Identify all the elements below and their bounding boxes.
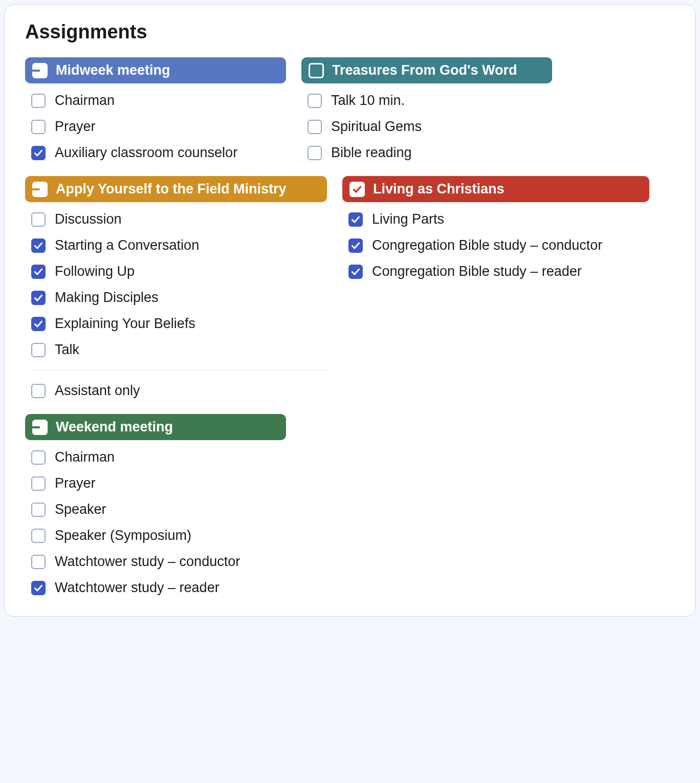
checkbox-unchecked-icon[interactable] [31,503,46,517]
item-label: Living Parts [372,211,444,227]
checkbox-checked-icon[interactable] [31,238,46,253]
section-header-apply[interactable]: Apply Yourself to the Field Ministry [25,176,327,202]
indeterminate-icon[interactable] [32,182,48,197]
list-item[interactable]: Discussion [31,211,327,227]
item-label: Auxiliary classroom counselor [55,145,237,161]
item-label: Speaker (Symposium) [55,528,191,543]
item-label: Congregation Bible study – reader [372,264,582,279]
section-title: Midweek meeting [56,62,170,78]
page-title: Assignments [25,21,675,43]
list-item[interactable]: Assistant only [31,383,327,399]
checkbox-unchecked-icon[interactable] [31,529,46,543]
checkbox-checked-icon[interactable] [348,212,363,227]
list-item[interactable]: Speaker (Symposium) [31,528,286,543]
section-title: Weekend meeting [56,419,173,435]
checkbox-unchecked-icon[interactable] [308,94,322,108]
checkbox-checked-icon[interactable] [31,581,46,595]
section-title: Apply Yourself to the Field Ministry [56,181,287,197]
list-item[interactable]: Chairman [31,93,286,108]
section-header-midweek[interactable]: Midweek meeting [25,57,286,83]
list-item[interactable]: Bible reading [308,145,552,161]
section-header-treasures[interactable]: Treasures From God's Word [301,57,552,83]
item-label: Following Up [55,264,135,279]
section-items: Talk 10 min.Spiritual GemsBible reading [301,93,552,161]
item-label: Spiritual Gems [331,119,422,135]
list-item[interactable]: Congregation Bible study – conductor [348,237,649,253]
section-items: Living PartsCongregation Bible study – c… [342,211,649,279]
list-item[interactable]: Living Parts [348,211,649,227]
section-items: ChairmanPrayerSpeakerSpeaker (Symposium)… [25,449,286,596]
item-label: Making Disciples [55,290,159,306]
list-item[interactable]: Congregation Bible study – reader [348,264,649,279]
item-label: Speaker [55,502,106,517]
checkbox-unchecked-icon[interactable] [31,120,46,134]
list-item[interactable]: Watchtower study – conductor [31,554,286,570]
list-item[interactable]: Chairman [31,449,286,465]
list-item[interactable]: Speaker [31,502,286,517]
section-items: ChairmanPrayerAuxiliary classroom counse… [25,93,286,161]
section-living: Living as ChristiansLiving PartsCongrega… [342,176,649,279]
divider [31,370,327,371]
checkbox-unchecked-icon[interactable] [31,476,46,491]
item-label: Chairman [55,93,115,108]
indeterminate-icon[interactable] [32,420,48,435]
section-midweek: Midweek meetingChairmanPrayerAuxiliary c… [25,57,286,161]
checkbox-checked-icon[interactable] [31,291,46,305]
item-label: Prayer [55,475,96,491]
item-label: Congregation Bible study – conductor [372,237,602,253]
checkbox-unchecked-icon[interactable] [308,146,322,160]
check-icon[interactable] [349,182,365,197]
item-label: Talk 10 min. [331,93,405,108]
item-label: Talk [55,342,79,358]
list-item[interactable]: Explaining Your Beliefs [31,316,327,332]
checkbox-unchecked-icon[interactable] [308,120,322,134]
item-label: Prayer [55,119,96,135]
item-label: Starting a Conversation [55,237,199,253]
item-label: Discussion [55,211,122,227]
assignments-panel: Assignments Midweek meetingChairmanPraye… [4,4,696,617]
indeterminate-icon[interactable] [32,63,48,78]
item-label: Chairman [55,449,115,465]
sections-grid: Midweek meetingChairmanPrayerAuxiliary c… [25,57,675,596]
list-item[interactable]: Starting a Conversation [31,237,327,253]
checkbox-checked-icon[interactable] [31,146,46,160]
list-item[interactable]: Talk 10 min. [308,93,552,108]
section-items: DiscussionStarting a ConversationFollowi… [25,211,327,399]
section-title: Treasures From God's Word [332,62,517,78]
checkbox-checked-icon[interactable] [31,265,46,279]
checkbox-checked-icon[interactable] [348,238,363,253]
list-item[interactable]: Watchtower study – reader [31,580,286,596]
list-item[interactable]: Prayer [31,119,286,135]
item-label: Assistant only [55,383,140,399]
list-item[interactable]: Spiritual Gems [308,119,552,135]
list-item[interactable]: Following Up [31,264,327,279]
list-item[interactable]: Talk [31,342,327,358]
checkbox-unchecked-icon[interactable] [31,384,46,398]
list-item[interactable]: Making Disciples [31,290,327,306]
section-title: Living as Christians [373,181,505,197]
checkbox-unchecked-icon[interactable] [31,555,46,569]
item-label: Watchtower study – conductor [55,554,240,570]
checkbox-empty-icon[interactable] [309,63,324,78]
item-label: Watchtower study – reader [55,580,220,596]
checkbox-unchecked-icon[interactable] [31,343,46,357]
section-header-weekend[interactable]: Weekend meeting [25,414,286,440]
item-label: Bible reading [331,145,412,161]
section-weekend: Weekend meetingChairmanPrayerSpeakerSpea… [25,414,286,596]
checkbox-unchecked-icon[interactable] [31,212,46,227]
checkbox-checked-icon[interactable] [348,265,363,279]
checkbox-unchecked-icon[interactable] [31,94,46,108]
list-item[interactable]: Auxiliary classroom counselor [31,145,286,161]
section-header-living[interactable]: Living as Christians [342,176,649,202]
checkbox-unchecked-icon[interactable] [31,450,46,465]
section-apply: Apply Yourself to the Field MinistryDisc… [25,176,327,399]
item-label: Explaining Your Beliefs [55,316,195,332]
checkbox-checked-icon[interactable] [31,317,46,331]
section-treasures: Treasures From God's WordTalk 10 min.Spi… [301,57,552,161]
list-item[interactable]: Prayer [31,475,286,491]
